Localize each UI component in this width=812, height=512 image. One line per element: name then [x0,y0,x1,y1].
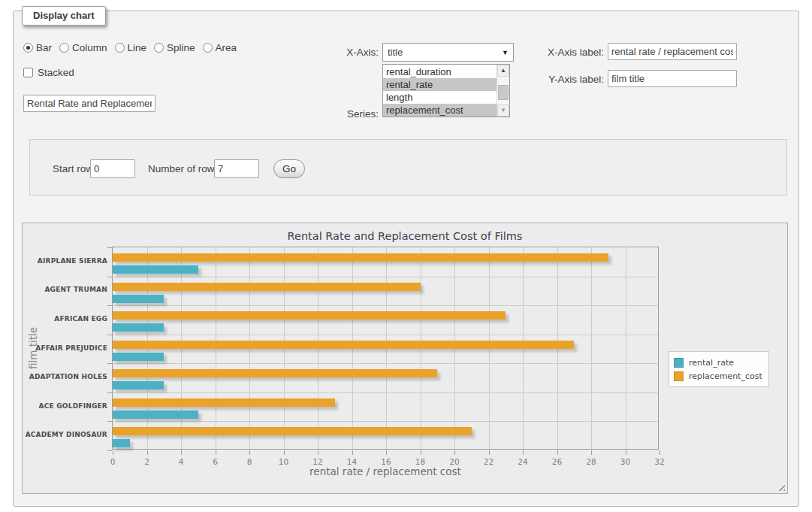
gridline [113,363,658,364]
gridline [626,247,626,449]
y-tick-mark [107,392,112,393]
radio-line[interactable] [115,43,125,53]
x-tick-label: 0 [101,457,124,466]
resize-handle-icon[interactable] [776,482,785,491]
x-tick-label: 6 [204,457,227,466]
bar-replacement_cost [113,398,335,407]
radio-spline[interactable] [154,43,164,53]
row-range-panel: Start row: Number of rows: Go [29,139,787,195]
scroll-down-icon[interactable]: ▼ [497,105,509,117]
chart-type-option-spline: Spline [154,42,195,53]
category-label: ACADEMY DINOSAUR [23,431,107,438]
chart-legend: rental_ratereplacement_cost [669,351,769,387]
bar-replacement_cost [113,253,608,262]
radio-label: Bar [36,42,52,53]
series-option-replacement_cost[interactable]: replacement_cost [383,104,497,117]
chart-title-input[interactable] [23,95,155,112]
y-axis-label-label: Y-Axis label: [530,74,604,85]
gridline [113,335,658,335]
stacked-checkbox[interactable] [23,68,33,77]
radio-label: Column [72,42,107,53]
category-label: AGENT TRUMAN [23,286,107,293]
scroll-up-icon[interactable]: ▲ [497,65,509,77]
chart-plot-area: 02468101214161820222426283032 [112,247,659,450]
x-tick-label: 4 [170,457,192,466]
bar-replacement_cost [113,341,574,349]
legend-swatch-rental_rate [674,358,684,368]
series-option-length[interactable]: length [383,91,497,104]
x-tick-label: 26 [546,457,569,466]
bar-replacement_cost [113,283,421,291]
x-tick-mark [284,450,285,455]
chart-type-radio-group: BarColumnLineSplineArea [23,42,240,53]
category-label: ACE GOLDFINGER [23,402,107,410]
number-of-rows-label: Number of rows: [148,163,222,174]
y-tick-mark [107,305,112,306]
category-label: AFRICAN EGG [23,315,107,323]
bar-rental_rate [113,381,164,389]
chart-type-option-area: Area [203,42,237,53]
radio-column[interactable] [59,43,69,53]
bar-rental_rate [113,323,164,332]
y-tick-mark [107,363,112,364]
series-option-rental_duration[interactable]: rental_duration [383,65,497,78]
x-tick-label: 2 [136,457,158,466]
x-tick-label: 10 [273,457,295,466]
start-row-input[interactable] [90,159,135,178]
x-axis-select[interactable]: title ▼ [382,43,514,62]
bar-rental_rate [113,353,164,361]
chart-type-option-bar: Bar [23,42,52,53]
legend-label: rental_rate [689,358,734,368]
go-button[interactable]: Go [273,159,305,178]
bar-rental_rate [113,411,198,419]
gridline [113,305,658,306]
x-tick-mark [318,450,318,455]
x-tick-mark [249,450,250,455]
legend-entry: replacement_cost [674,369,762,383]
x-axis-label-label: X-Axis label: [530,47,604,58]
x-tick-mark [591,450,592,455]
bar-replacement_cost [113,311,506,320]
x-tick-label: 8 [238,457,261,466]
y-tick-mark [107,277,112,277]
x-tick-mark [421,450,421,455]
gridline [113,277,658,277]
x-tick-mark [181,450,182,455]
scrollbar-thumb[interactable] [498,85,509,100]
gridline [591,247,592,449]
x-tick-mark [216,450,216,455]
category-label: ADAPTATION HOLES [23,373,107,380]
series-scrollbar[interactable]: ▲ ▼ [497,65,509,117]
x-tick-mark [557,450,558,455]
number-of-rows-input[interactable] [214,159,259,178]
x-tick-label: 22 [478,457,500,466]
radio-label: Line [128,42,147,53]
chart-title: Rental Rate and Replacement Cost of Film… [23,230,787,242]
x-tick-mark [660,450,660,455]
series-listbox[interactable]: rental_durationrental_ratelengthreplacem… [382,64,510,117]
y-axis-label-input[interactable] [608,70,737,87]
y-tick-mark [107,421,112,422]
stacked-label: Stacked [38,67,74,78]
x-axis-label-input[interactable] [608,43,737,60]
x-tick-label: 32 [648,457,671,466]
x-tick-mark [523,450,524,455]
category-label: AIRPLANE SIERRA [23,257,107,265]
x-tick-mark [626,450,626,455]
stacked-row: Stacked [23,67,74,78]
legend-entry: rental_rate [674,356,762,369]
radio-area[interactable] [203,43,213,53]
chart-container: Rental Rate and Replacement Cost of Film… [22,223,788,494]
chart-y-axis-title: film title [27,327,39,369]
legend-swatch-replacement_cost [674,371,684,381]
x-axis-select-value: title [388,47,403,58]
radio-label: Spline [167,42,195,53]
x-tick-mark [352,450,353,455]
series-option-rental_rate[interactable]: rental_rate [383,78,497,91]
radio-bar[interactable] [23,43,33,53]
chevron-down-icon: ▼ [502,49,509,56]
bar-rental_rate [113,265,198,274]
x-tick-mark [489,450,490,455]
x-axis-select-label: X-Axis: [316,47,379,58]
x-tick-mark [147,450,148,455]
